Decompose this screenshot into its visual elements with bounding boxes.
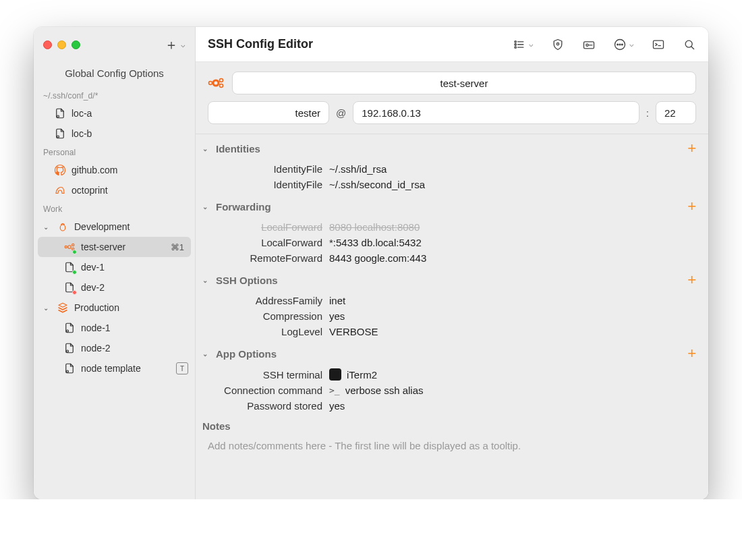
section-forwarding[interactable]: ⌄ Forwarding + (196, 192, 708, 219)
file-icon (63, 281, 76, 293)
address-input[interactable]: 192.168.0.13 (353, 101, 639, 124)
chevron-down-icon: ⌄ (202, 203, 212, 211)
list-options-button[interactable]: ⌵ (513, 38, 534, 51)
file-link-icon (63, 322, 76, 334)
more-button[interactable]: ⌵ (613, 38, 634, 51)
file-icon (63, 261, 76, 273)
window-controls-row: ＋ ⌵ (34, 27, 195, 62)
sidebar-item-node-2[interactable]: node-2 (34, 338, 195, 358)
octoprint-icon (54, 184, 66, 196)
svg-point-22 (619, 44, 621, 45)
add-host-button[interactable]: ＋ ⌵ (165, 36, 186, 54)
sidebar-item-node-template[interactable]: node template T (34, 358, 195, 379)
ssh-option-row[interactable]: LogLevel VERBOSE (196, 324, 708, 339)
identity-row[interactable]: IdentityFile ~/.ssh/second_id_rsa (196, 177, 708, 192)
chevron-down-icon: ⌵ (629, 40, 634, 49)
sidebar-folder-development[interactable]: ⌄ Development (34, 217, 195, 237)
chevron-down-icon: ⌄ (202, 145, 212, 152)
chevron-down-icon: ⌄ (43, 223, 51, 231)
svg-point-28 (213, 80, 219, 86)
forwarding-row[interactable]: LocalForward 8080 localhost:8080 (196, 219, 708, 235)
sidebar-item-test-server[interactable]: test-server ⌘1 (38, 237, 191, 257)
section-notes: Notes (196, 414, 708, 436)
file-link-icon (63, 342, 76, 354)
forwarding-row[interactable]: RemoteForward 8443 google.com:443 (196, 250, 708, 266)
add-ssh-option-button[interactable]: + (687, 271, 696, 289)
svg-point-2 (60, 225, 65, 231)
close-window-button[interactable] (43, 40, 52, 49)
svg-point-30 (220, 84, 223, 88)
add-forwarding-button[interactable]: + (687, 198, 696, 215)
stack-icon (57, 302, 69, 314)
prompt-icon: >_ (329, 385, 340, 395)
ssh-option-row[interactable]: AddressFamily inet (196, 293, 708, 308)
section-app-options[interactable]: ⌄ App Options + (196, 339, 708, 366)
iterm-icon (329, 368, 341, 381)
bug-icon (57, 221, 69, 233)
chevron-down-icon: ⌄ (202, 350, 212, 358)
main-panel: SSH Config Editor ⌵ ⌵ (196, 27, 708, 499)
chevron-down-icon: ⌄ (202, 277, 212, 284)
user-input[interactable]: tester (208, 101, 329, 124)
sidebar-item-dev-1[interactable]: dev-1 (34, 257, 195, 277)
sidebar-item-dev-2[interactable]: dev-2 (34, 277, 195, 298)
app-option-row[interactable]: Password stored yes (196, 398, 708, 414)
chevron-down-icon: ⌄ (43, 304, 51, 312)
github-icon (54, 164, 66, 176)
svg-point-31 (209, 82, 212, 85)
sidebar: ＋ ⌵ Global Config Options ~/.ssh/conf_d/… (34, 27, 196, 499)
at-separator: @ (336, 107, 346, 119)
file-link-icon (54, 107, 66, 119)
key-button[interactable] (582, 38, 596, 51)
ubuntu-icon (208, 75, 224, 91)
content-area: ⌄ Identities + IdentityFile ~/.ssh/id_rs… (196, 134, 708, 499)
template-badge: T (176, 362, 188, 374)
svg-point-21 (617, 44, 619, 45)
svg-point-1 (57, 136, 59, 138)
svg-point-14 (515, 46, 517, 48)
svg-point-12 (515, 43, 517, 45)
search-button[interactable] (683, 38, 696, 51)
chevron-down-icon: ⌵ (529, 40, 534, 49)
sidebar-item-octoprint[interactable]: octoprint (34, 180, 195, 200)
forwarding-row[interactable]: LocalForward *:5433 db.local:5432 (196, 235, 708, 250)
sidebar-folder-production[interactable]: ⌄ Production (34, 298, 195, 318)
notes-input[interactable]: Add notes/comments here - The first line… (196, 436, 708, 461)
sidebar-item-node-1[interactable]: node-1 (34, 318, 195, 338)
svg-point-3 (68, 246, 72, 249)
app-option-row[interactable]: Connection command >_verbose ssh alias (196, 383, 708, 398)
app-title: SSH Config Editor (208, 37, 313, 51)
svg-point-10 (515, 40, 517, 43)
add-identity-button[interactable]: + (687, 140, 696, 157)
sidebar-group-label: Work (34, 200, 195, 217)
app-window: ＋ ⌵ Global Config Options ~/.ssh/conf_d/… (34, 27, 708, 499)
app-option-row[interactable]: SSH terminal iTerm2 (196, 366, 708, 383)
file-link-icon (63, 362, 76, 374)
sidebar-item-github[interactable]: github.com (34, 160, 195, 180)
ssh-option-row[interactable]: Compression yes (196, 308, 708, 324)
zoom-window-button[interactable] (72, 40, 80, 49)
minimize-window-button[interactable] (57, 40, 66, 49)
host-name-input[interactable]: test-server (232, 72, 696, 94)
sidebar-title[interactable]: Global Config Options (34, 62, 195, 87)
svg-point-18 (586, 44, 588, 46)
port-input[interactable]: 22 (656, 101, 696, 124)
traffic-lights (43, 40, 80, 49)
toolbar: SSH Config Editor ⌵ ⌵ (196, 27, 708, 62)
section-identities[interactable]: ⌄ Identities + (196, 134, 708, 161)
file-link-icon (54, 128, 66, 140)
ubuntu-icon (63, 241, 76, 253)
terminal-button[interactable] (652, 38, 665, 51)
svg-point-9 (67, 370, 69, 372)
chevron-down-icon: ⌵ (181, 40, 186, 49)
svg-rect-24 (654, 40, 664, 49)
section-ssh-options[interactable]: ⌄ SSH Options + (196, 266, 708, 293)
svg-point-29 (220, 79, 223, 82)
sidebar-item-loc-b[interactable]: loc-b (34, 123, 195, 144)
identity-row[interactable]: IdentityFile ~/.ssh/id_rsa (196, 161, 708, 177)
add-app-option-button[interactable]: + (687, 345, 696, 362)
shield-button[interactable] (551, 38, 565, 51)
svg-point-8 (67, 350, 69, 352)
sidebar-item-loc-a[interactable]: loc-a (34, 103, 195, 123)
svg-point-4 (72, 244, 74, 246)
